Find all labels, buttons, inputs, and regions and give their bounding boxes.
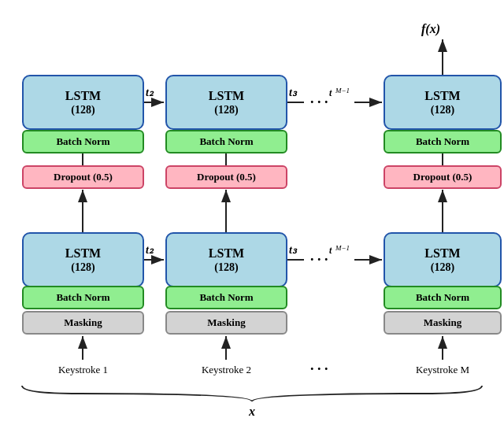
lstm-bot-2: LSTM (128) [165, 232, 287, 287]
svg-text:x: x [248, 405, 255, 418]
lstm-top-2-label: LSTM [209, 88, 244, 103]
bn-top-2: Batch Norm [165, 130, 287, 153]
dropout-top-1: Dropout (0.5) [22, 165, 144, 189]
lstm-top-2-sub: (128) [214, 104, 238, 116]
svg-text:t₃: t₃ [289, 244, 298, 256]
diagram: · · · · · · · · · t₂ t₃ t M−1 t₂ t₃ t M−… [0, 0, 504, 429]
lstm-top-1: LSTM (128) [22, 75, 144, 130]
bn-bot-1: Batch Norm [22, 286, 144, 309]
keystroke-2-label: Keystroke 2 [165, 364, 287, 376]
svg-text:t: t [329, 245, 332, 256]
lstm-top-1-label: LSTM [65, 88, 101, 103]
svg-text:· · ·: · · · [310, 94, 328, 110]
bn-bot-2: Batch Norm [165, 286, 287, 309]
bn-top-3: Batch Norm [384, 130, 502, 153]
lstm-bot-1: LSTM (128) [22, 232, 144, 287]
keystroke-m-label: Keystroke M [384, 364, 502, 376]
bn-top-1: Batch Norm [22, 130, 144, 153]
lstm-top-3-sub: (128) [431, 104, 454, 116]
masking-3: Masking [384, 311, 502, 335]
svg-text:· · ·: · · · [310, 361, 328, 377]
svg-text:· · ·: · · · [310, 252, 328, 268]
dropout-top-2: Dropout (0.5) [165, 165, 287, 189]
svg-text:t₃: t₃ [289, 87, 298, 98]
svg-text:t₂: t₂ [146, 244, 154, 256]
dropout-top-3: Dropout (0.5) [384, 165, 502, 189]
masking-2: Masking [165, 311, 287, 335]
lstm-bot-3: LSTM (128) [384, 232, 502, 287]
masking-1: Masking [22, 311, 144, 335]
svg-text:t: t [329, 87, 332, 98]
bn-bot-3: Batch Norm [384, 286, 502, 309]
svg-text:M−1: M−1 [335, 244, 350, 252]
svg-text:t₂: t₂ [146, 87, 154, 98]
lstm-top-3: LSTM (128) [384, 75, 502, 130]
lstm-top-1-sub: (128) [71, 104, 94, 116]
keystroke-1-label: Keystroke 1 [22, 364, 144, 376]
lstm-top-3-label: LSTM [424, 88, 460, 103]
svg-text:f(x): f(x) [421, 22, 440, 36]
lstm-top-2: LSTM (128) [165, 75, 287, 130]
svg-text:M−1: M−1 [335, 87, 350, 94]
